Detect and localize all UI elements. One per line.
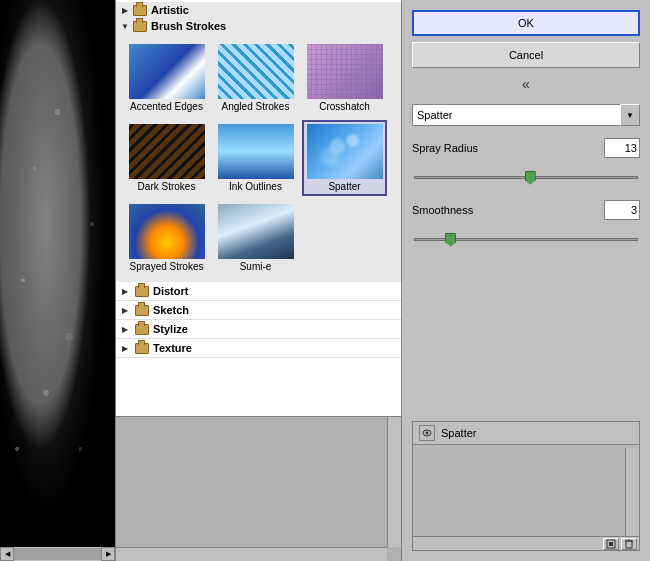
group-label-distort: Distort (153, 285, 188, 297)
label-angled-strokes: Angled Strokes (222, 101, 290, 112)
smoothness-label: Smoothness (412, 204, 604, 216)
layer-btn-new[interactable] (603, 538, 619, 550)
layer-btn-delete[interactable] (621, 538, 637, 550)
filter-items-grid: Accented Edges Angled Strokes Crosshatch… (116, 34, 401, 282)
layer-scrollbar-right[interactable] (625, 448, 639, 536)
thumb-angled-strokes (218, 44, 294, 99)
thumb-ink-outlines (218, 124, 294, 179)
label-sprayed-strokes: Sprayed Strokes (130, 261, 204, 272)
smoothness-row: Smoothness (412, 200, 640, 220)
filter-item-angled-strokes[interactable]: Angled Strokes (213, 40, 298, 116)
scroll-right-btn[interactable]: ▶ (101, 547, 115, 561)
expand-arrow-artistic: ▶ (120, 5, 130, 15)
folder-icon-brush-strokes (133, 21, 147, 32)
layer-content (413, 445, 639, 547)
expand-arrow-brush-strokes: ▼ (120, 21, 130, 31)
filter-panel-scrollbar[interactable] (387, 417, 401, 547)
group-sketch[interactable]: ▶ Sketch (116, 301, 401, 320)
layer-panel: Spatter (412, 421, 640, 551)
label-spatter: Spatter (328, 181, 360, 192)
expand-arrow-distort: ▶ (122, 287, 132, 296)
group-distort[interactable]: ▶ Distort (116, 282, 401, 301)
filter-item-spatter[interactable]: Spatter (302, 120, 387, 196)
other-groups: ▶ Distort ▶ Sketch ▶ Stylize ▶ T (116, 282, 401, 358)
label-ink-outlines: Ink Outlines (229, 181, 282, 192)
cancel-button[interactable]: Cancel (412, 42, 640, 68)
group-brush-strokes[interactable]: ▼ Brush Strokes (116, 18, 401, 34)
filter-dropdown-container: Spatter Accented Edges Angled Strokes Cr… (412, 104, 640, 126)
thumb-dark-strokes (129, 124, 205, 179)
thumb-spatter (307, 124, 383, 179)
preview-image (0, 0, 115, 561)
group-texture[interactable]: ▶ Texture (116, 339, 401, 358)
group-label-artistic: Artistic (151, 4, 189, 16)
smoothness-slider-container (412, 230, 640, 250)
thumb-sprayed-strokes (129, 204, 205, 259)
folder-icon-texture (135, 343, 149, 354)
folder-icon-distort (135, 286, 149, 297)
expand-arrow-sketch: ▶ (122, 306, 132, 315)
svg-rect-3 (609, 542, 613, 546)
watermark: www.PSD-DUDE.COM (167, 480, 350, 498)
preview-spatter (0, 0, 115, 561)
filter-list[interactable]: ▶ Artistic ▼ Brush Strokes Accented Edge… (116, 0, 401, 416)
folder-icon-stylize (135, 324, 149, 335)
preview-scrollbar: ◀ ▶ (0, 547, 115, 561)
filter-select[interactable]: Spatter Accented Edges Angled Strokes Cr… (412, 104, 640, 126)
filter-panel: ▶ Artistic ▼ Brush Strokes Accented Edge… (115, 0, 402, 561)
filter-item-ink-outlines[interactable]: Ink Outlines (213, 120, 298, 196)
folder-icon-sketch (135, 305, 149, 316)
spray-radius-value[interactable] (604, 138, 640, 158)
spray-radius-slider-container (412, 168, 640, 188)
label-dark-strokes: Dark Strokes (138, 181, 196, 192)
thumb-accented-edges (129, 44, 205, 99)
group-label-texture: Texture (153, 342, 192, 354)
group-label-stylize: Stylize (153, 323, 188, 335)
controls-panel: OK Cancel « Spatter Accented Edges Angle… (402, 0, 650, 561)
smoothness-value[interactable] (604, 200, 640, 220)
eye-icon[interactable] (419, 425, 435, 441)
filter-item-sumi-e[interactable]: Sumi-e (213, 200, 298, 276)
group-label-sketch: Sketch (153, 304, 189, 316)
label-accented-edges: Accented Edges (130, 101, 203, 112)
group-label-brush-strokes: Brush Strokes (151, 20, 226, 32)
svg-rect-4 (626, 541, 632, 548)
label-sumi-e: Sumi-e (240, 261, 272, 272)
filter-item-sprayed-strokes[interactable]: Sprayed Strokes (124, 200, 209, 276)
group-stylize[interactable]: ▶ Stylize (116, 320, 401, 339)
preview-panel: ◀ ▶ (0, 0, 115, 561)
smoothness-slider[interactable] (414, 230, 638, 248)
filter-item-crosshatch[interactable]: Crosshatch (302, 40, 387, 116)
expand-arrow-texture: ▶ (122, 344, 132, 353)
filter-item-dark-strokes[interactable]: Dark Strokes (124, 120, 209, 196)
filter-item-accented-edges[interactable]: Accented Edges (124, 40, 209, 116)
ok-button[interactable]: OK (412, 10, 640, 36)
scroll-track[interactable] (14, 548, 101, 560)
spray-radius-slider[interactable] (414, 168, 638, 186)
filter-preview-area: www.PSD-DUDE.COM (116, 416, 401, 561)
svg-point-1 (426, 432, 429, 435)
layer-scrollbar-bottom (413, 536, 639, 550)
label-crosshatch: Crosshatch (319, 101, 370, 112)
thumb-crosshatch (307, 44, 383, 99)
expand-arrow-stylize: ▶ (122, 325, 132, 334)
filter-panel-hscrollbar[interactable] (116, 547, 387, 561)
collapse-arrows[interactable]: « (412, 76, 640, 92)
eye-svg (422, 429, 432, 437)
layer-header: Spatter (413, 422, 639, 445)
folder-icon-artistic (133, 5, 147, 16)
thumb-sumi-e (218, 204, 294, 259)
scroll-left-btn[interactable]: ◀ (0, 547, 14, 561)
layer-name: Spatter (441, 427, 476, 439)
spray-radius-label: Spray Radius (412, 142, 604, 154)
group-artistic[interactable]: ▶ Artistic (116, 2, 401, 18)
spray-radius-row: Spray Radius (412, 138, 640, 158)
